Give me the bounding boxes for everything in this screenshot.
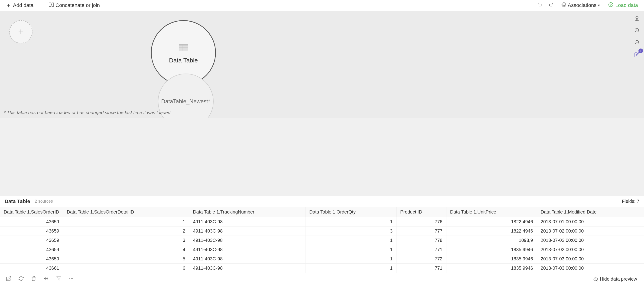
zoom-out-sidebar-icon[interactable] (632, 37, 642, 48)
preview-title-group: Data Table 2 sources (5, 198, 53, 204)
table-row: 43659 2 4911-403C-98 3 777 1822,4946 201… (0, 226, 644, 236)
cell: 43661 (0, 264, 63, 273)
cell: 3 (306, 226, 396, 236)
add-data-button[interactable]: ＋ Add data (4, 0, 35, 10)
svg-line-17 (638, 44, 639, 44)
data-table-container: Data Table 1.SalesOrderID Data Table 1.S… (0, 207, 644, 273)
associations-icon (561, 2, 566, 8)
cell: 1098,9 (446, 236, 537, 245)
table-row: 43659 5 4911-403C-98 1 772 1835,9946 201… (0, 254, 644, 264)
concat-join-button[interactable]: Concatenate or join (47, 1, 102, 10)
cell: 2013-07-01 00:00:00 (537, 217, 644, 226)
edit-sidebar-icon[interactable]: 1 (632, 50, 642, 60)
cell: 4911-403C-98 (189, 236, 306, 245)
concat-icon (48, 2, 54, 9)
svg-point-23 (72, 278, 73, 279)
cell: 43659 (0, 245, 63, 254)
cell: 2 (63, 226, 189, 236)
cell: 1835,9946 (446, 264, 537, 273)
cell: 1835,9946 (446, 245, 537, 254)
plus-icon: ＋ (6, 2, 12, 10)
hide-preview-button[interactable]: Hide data preview (591, 275, 639, 283)
associations-chevron-icon: ▾ (598, 3, 600, 8)
more-action-button[interactable] (67, 274, 75, 284)
edit-action-button[interactable] (5, 274, 12, 284)
data-table-newest-label: DataTable_Newest* (161, 98, 210, 105)
preview-sources: 2 sources (35, 199, 53, 204)
cell: 771 (396, 245, 446, 254)
undo-redo-group (536, 1, 555, 10)
table-row: 43661 6 4911-403C-98 1 771 1835,9946 201… (0, 264, 644, 273)
cell: 4 (63, 245, 189, 254)
cell: 4911-403C-98 (189, 217, 306, 226)
home-sidebar-icon[interactable] (632, 13, 642, 24)
cell: 6 (63, 264, 189, 273)
svg-rect-9 (179, 44, 188, 46)
split-action-button[interactable] (42, 274, 50, 284)
cell: 4911-403C-98 (189, 226, 306, 236)
table-body: 43659 1 4911-403C-98 1 776 1822,4946 201… (0, 217, 644, 273)
zoom-in-sidebar-icon[interactable] (632, 25, 642, 36)
svg-marker-20 (57, 276, 61, 280)
col-header-salesorderdetailid: Data Table 1.SalesOrderDetailID (63, 207, 189, 217)
preview-fields-count: Fields: 7 (622, 199, 639, 204)
cell: 5 (63, 254, 189, 264)
svg-point-22 (71, 278, 72, 279)
cell: 43659 (0, 254, 63, 264)
load-data-button[interactable]: Load data (606, 1, 640, 10)
edit-badge: 1 (638, 48, 643, 53)
right-sidebar: 1 (630, 11, 644, 118)
table-row: 43659 1 4911-403C-98 1 776 1822,4946 201… (0, 217, 644, 226)
svg-point-5 (564, 4, 566, 5)
concat-join-label: Concatenate or join (56, 2, 100, 8)
cell: 771 (396, 264, 446, 273)
toolbar-left: ＋ Add data Concatenate or join (4, 0, 102, 10)
svg-point-4 (562, 4, 564, 5)
cell: 2013-07-03 00:00:00 (537, 254, 644, 264)
load-data-icon (608, 2, 613, 8)
delete-action-button[interactable] (30, 274, 38, 284)
cell: 2013-07-03 00:00:00 (537, 264, 644, 273)
associations-label: Associations (568, 2, 597, 8)
preview-header: Data Table 2 sources Fields: 7 (0, 196, 644, 207)
cell: 1822,4946 (446, 226, 537, 236)
add-data-circle[interactable]: + (9, 20, 32, 44)
col-header-unitprice: Data Table 1.UnitPrice (446, 207, 537, 217)
cell: 4911-403C-98 (189, 254, 306, 264)
col-header-salesorderid: Data Table 1.SalesOrderID (0, 207, 63, 217)
cell: 1 (63, 217, 189, 226)
cell: 43659 (0, 217, 63, 226)
add-data-label: Add data (13, 2, 34, 8)
top-toolbar: ＋ Add data Concatenate or join (0, 0, 644, 11)
svg-rect-1 (52, 3, 54, 6)
associations-button[interactable]: Associations ▾ (559, 1, 602, 10)
redo-button[interactable] (546, 1, 555, 10)
load-data-label: Load data (615, 2, 638, 8)
table-row: 43659 4 4911-403C-98 1 771 1835,9946 201… (0, 245, 644, 254)
hide-preview-label: Hide data preview (600, 276, 637, 282)
cell: 3 (63, 236, 189, 245)
undo-button[interactable] (536, 1, 545, 10)
cell: 2013-07-02 00:00:00 (537, 245, 644, 254)
toolbar-divider (41, 2, 41, 8)
col-header-orderqty: Data Table 1.OrderQty (306, 207, 396, 217)
cell: 1835,9946 (446, 254, 537, 264)
cell: 1 (306, 217, 396, 226)
cell: 1 (306, 264, 396, 273)
warning-text: * This table has not been loaded or has … (4, 110, 172, 115)
refresh-action-button[interactable] (17, 274, 25, 284)
toolbar-right: Associations ▾ Load data (536, 1, 640, 10)
cell: 43659 (0, 236, 63, 245)
cell: 776 (396, 217, 446, 226)
data-preview-panel: Data Table 2 sources Fields: 7 Data Tabl… (0, 196, 644, 285)
svg-point-21 (70, 278, 70, 279)
col-header-productid: Product ID (396, 207, 446, 217)
filter-action-button[interactable] (55, 274, 63, 284)
preview-table-title: Data Table (5, 198, 30, 204)
cell: 777 (396, 226, 446, 236)
cell: 1 (306, 236, 396, 245)
table-row: 43659 3 4911-403C-98 1 778 1098,9 2013-0… (0, 236, 644, 245)
cell: 43659 (0, 226, 63, 236)
col-header-modifieddate: Data Table 1.Modified Date (537, 207, 644, 217)
cell: 1822,4946 (446, 217, 537, 226)
